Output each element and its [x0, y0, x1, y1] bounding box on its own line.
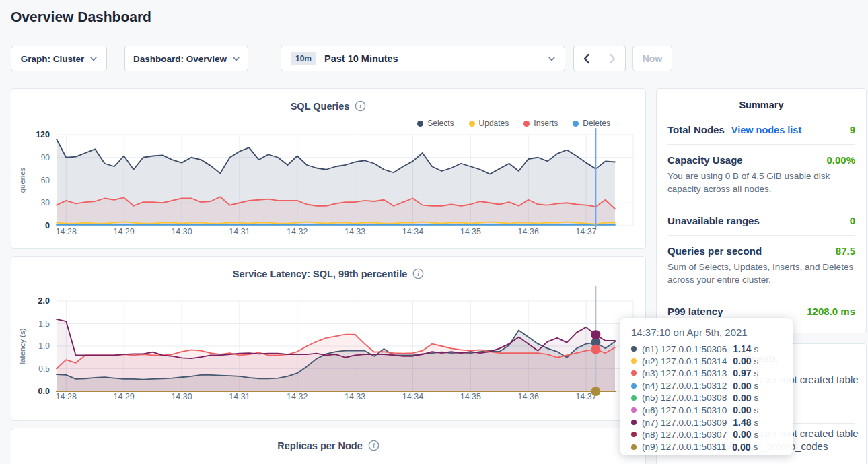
tooltip-node-unit: s [754, 393, 758, 403]
series-dot [631, 370, 637, 376]
tooltip-node-label: (n4) 127.0.0.1:50312 [642, 380, 727, 391]
tooltip-node-label: (n1) 127.0.0.1:50306 [642, 344, 727, 354]
legend-dot-icon [573, 121, 579, 127]
capacity-usage-desc: You are using 0 B of 4.5 GiB usable disk… [667, 170, 855, 196]
now-button[interactable]: Now [632, 46, 672, 71]
svg-text:14:34: 14:34 [402, 392, 423, 401]
view-nodes-link[interactable]: View nodes list [731, 125, 802, 135]
chevron-down-icon [233, 57, 240, 61]
series-dot [631, 420, 637, 425]
tooltip-node-label: (n2) 127.0.0.1:50314 [642, 356, 727, 366]
unavailable-ranges-label: Unavailable ranges [667, 215, 760, 226]
tooltip-row: (n3) 127.0.0.1:503130.97s [631, 367, 782, 379]
chevron-down-icon [548, 57, 555, 61]
replicas-per-node-card: Replicas per Node i [11, 428, 646, 464]
series-dot [631, 358, 637, 364]
chart-tooltip: 14:37:10 on Apr 5th, 2021 (n1) 127.0.0.1… [620, 318, 793, 455]
svg-text:14:35: 14:35 [460, 227, 481, 236]
chart-title-replicas-per-node: Replicas per Node i [11, 440, 645, 451]
svg-text:14:28: 14:28 [56, 227, 77, 236]
tooltip-node-label: (n7) 127.0.0.1:50309 [642, 418, 727, 428]
svg-text:i: i [417, 271, 419, 277]
chevron-right-icon [609, 53, 616, 64]
svg-text:14:30: 14:30 [171, 227, 192, 236]
unavailable-ranges-value: 0 [850, 215, 855, 226]
series-dot [631, 383, 637, 389]
legend-dot-icon [469, 121, 475, 127]
sql-queries-card: 030609012014:2814:2914:3014:3114:3214:33… [11, 88, 646, 249]
summary-row-total-nodes: Total Nodes View nodes list 9 [667, 114, 855, 145]
summary-row-capacity: Capacity Usage 0.00% You are using 0 B o… [667, 145, 855, 205]
svg-text:queries: queries [18, 167, 26, 193]
summary-panel: Summary Total Nodes View nodes list 9 Ca… [656, 88, 867, 333]
tooltip-node-value: 1.48 [733, 417, 751, 428]
svg-text:60: 60 [41, 176, 50, 185]
tooltip-row: (n1) 127.0.0.1:503061.14s [631, 343, 782, 355]
svg-text:14:34: 14:34 [402, 227, 423, 236]
tooltip-node-value: 0.00 [733, 380, 751, 391]
tooltip-node-value: 0.00 [733, 356, 751, 366]
tooltip-row: (n9) 127.0.0.1:503110.00s [631, 441, 782, 453]
info-icon[interactable]: i [355, 100, 366, 112]
svg-text:30: 30 [41, 198, 50, 207]
tooltip-row: (n6) 127.0.0.1:503100.00s [631, 404, 782, 416]
tooltip-node-label: (n9) 127.0.0.1:50311 [642, 442, 726, 452]
tooltip-row: (n7) 127.0.0.1:503091.48s [631, 416, 782, 428]
svg-text:2.0: 2.0 [38, 296, 50, 306]
legend-item: Updates [469, 119, 509, 128]
next-time-button[interactable] [600, 46, 626, 71]
dashboard-selector-button[interactable]: Dashboard: Overview [124, 46, 248, 71]
p99-latency-label: P99 latency [667, 306, 723, 317]
tooltip-timestamp: 14:37:10 on Apr 5th, 2021 [631, 327, 782, 338]
legend-label: Selects [427, 119, 454, 128]
series-dot [631, 407, 637, 413]
prev-time-button[interactable] [574, 46, 600, 71]
svg-text:14:31: 14:31 [229, 392, 250, 401]
sql-queries-legend: SelectsUpdatesInsertsDeletes [417, 119, 610, 128]
legend-item: Deletes [573, 119, 610, 128]
graph-selector-button[interactable]: Graph: Cluster [11, 46, 107, 71]
summary-title: Summary [657, 89, 866, 110]
summary-row-qps: Queries per second 87.5 Sum of Selects, … [667, 236, 855, 296]
time-range-selector[interactable]: 10m Past 10 Minutes [281, 46, 565, 71]
total-nodes-value: 9 [850, 124, 855, 135]
series-dot [631, 395, 637, 401]
svg-text:14:30: 14:30 [171, 392, 192, 401]
chevron-down-icon [90, 57, 97, 61]
info-icon[interactable]: i [368, 440, 379, 451]
toolbar-divider [266, 44, 266, 72]
svg-text:14:33: 14:33 [345, 392, 365, 401]
qps-value: 87.5 [836, 245, 855, 257]
svg-text:14:29: 14:29 [114, 227, 135, 236]
legend-item: Selects [417, 119, 454, 128]
svg-text:i: i [373, 442, 375, 449]
legend-item: Inserts [523, 119, 558, 128]
svg-text:14:35: 14:35 [460, 392, 481, 401]
total-nodes-label: Total Nodes [667, 124, 725, 135]
latency-plot[interactable]: 0.00.51.01.52.014:2814:2914:3014:3114:32… [11, 257, 645, 420]
tooltip-row: (n8) 127.0.0.1:503070.00s [631, 428, 782, 440]
tooltip-row: (n4) 127.0.0.1:503120.00s [631, 380, 782, 392]
tooltip-node-unit: s [753, 442, 758, 452]
tooltip-node-value: 1.14 [733, 343, 751, 354]
page-title: Overview Dashboard [11, 9, 151, 25]
qps-desc: Sum of Selects, Updates, Inserts, and De… [667, 261, 855, 287]
svg-text:14:37: 14:37 [575, 227, 596, 236]
series-dot [631, 444, 637, 450]
svg-text:14:28: 14:28 [56, 392, 77, 401]
legend-dot-icon [417, 121, 423, 127]
svg-text:0.0: 0.0 [38, 387, 50, 396]
tooltip-node-unit: s [754, 356, 758, 366]
tooltip-node-unit: s [754, 380, 758, 391]
svg-text:0.5: 0.5 [38, 364, 50, 374]
info-icon[interactable]: i [412, 268, 424, 279]
svg-text:14:33: 14:33 [345, 227, 365, 236]
capacity-usage-label: Capacity Usage [667, 154, 743, 166]
legend-dot-icon [523, 121, 530, 127]
service-latency-card: 0.00.51.01.52.014:2814:2914:3014:3114:32… [11, 256, 646, 421]
time-step-buttons [573, 46, 626, 71]
svg-text:0: 0 [45, 221, 50, 230]
tooltip-row: (n5) 127.0.0.1:503080.00s [631, 392, 782, 404]
qps-label: Queries per second [667, 245, 762, 257]
sql-plot[interactable]: 030609012014:2814:2914:3014:3114:3214:33… [11, 89, 645, 248]
